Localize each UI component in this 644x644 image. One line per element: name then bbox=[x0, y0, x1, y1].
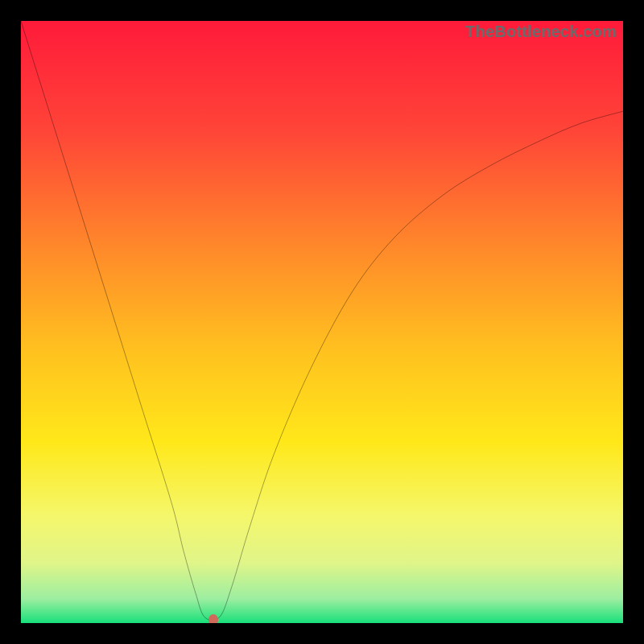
optimum-marker bbox=[208, 614, 218, 623]
chart-frame: TheBottleneck.com bbox=[0, 0, 644, 644]
plot-area: TheBottleneck.com bbox=[21, 21, 623, 623]
bottleneck-curve bbox=[21, 21, 623, 623]
